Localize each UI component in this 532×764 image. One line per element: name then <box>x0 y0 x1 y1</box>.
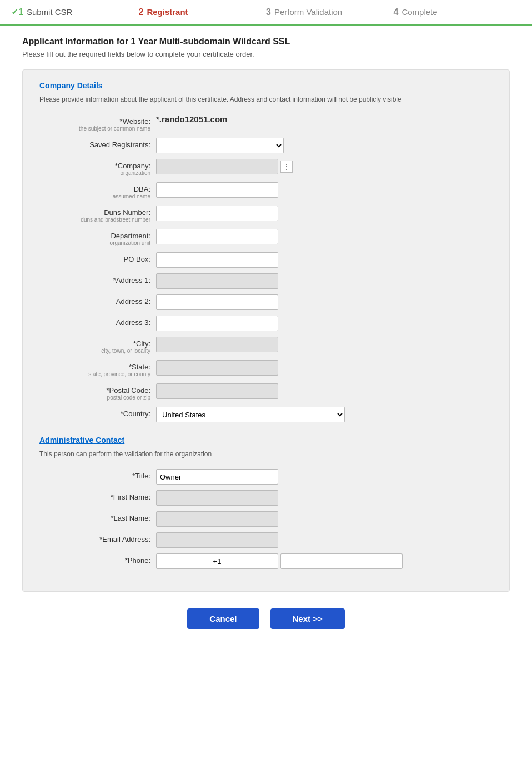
address3-row: Address 3: <box>39 316 493 331</box>
first-name-label: *First Name: <box>39 490 156 501</box>
po-box-field[interactable] <box>156 252 493 268</box>
company-details-title: Company Details <box>39 81 493 90</box>
step-num-2: 2 <box>139 7 144 17</box>
step-num-4: 4 <box>394 7 399 17</box>
dba-input[interactable] <box>156 182 278 198</box>
address2-field[interactable] <box>156 294 493 310</box>
website-value-field: *.rando12051.com <box>156 114 493 124</box>
cancel-button[interactable]: Cancel <box>187 608 259 629</box>
website-value: *.rando12051.com <box>156 112 227 124</box>
duns-field[interactable] <box>156 206 493 221</box>
city-label: *City: city, town, or locality <box>39 337 156 354</box>
address3-label: Address 3: <box>39 316 156 327</box>
phone-field <box>156 553 493 569</box>
city-field[interactable] <box>156 337 493 352</box>
address1-field[interactable] <box>156 273 493 289</box>
step-label-4: Complete <box>401 7 437 17</box>
step-perform-validation[interactable]: 3 Perform Validation <box>266 7 394 17</box>
address3-input[interactable] <box>156 316 278 331</box>
country-label: *Country: <box>39 407 156 418</box>
phone-country-code-input[interactable] <box>156 553 278 569</box>
po-box-label: PO Box: <box>39 252 156 263</box>
company-field: ⋮ <box>156 159 493 174</box>
country-field[interactable]: United States Canada United Kingdom Aust… <box>156 407 493 422</box>
email-row: *Email Address: <box>39 532 493 548</box>
address2-label: Address 2: <box>39 294 156 306</box>
phone-wrapper <box>156 553 493 569</box>
title-label: *Title: <box>39 469 156 480</box>
po-box-input[interactable] <box>156 252 278 268</box>
page-title: Applicant Information for 1 Year Multi-s… <box>22 37 510 47</box>
dba-field[interactable] <box>156 182 493 198</box>
address1-row: *Address 1: <box>39 273 493 289</box>
title-input[interactable] <box>156 469 278 485</box>
admin-contact-section: Administrative Contact This person can p… <box>39 436 493 569</box>
duns-label: Duns Number: duns and bradstreet number <box>39 206 156 223</box>
company-icon-button[interactable]: ⋮ <box>280 161 293 173</box>
city-input[interactable] <box>156 337 278 352</box>
postal-code-row: *Postal Code: postal code or zip <box>39 383 493 401</box>
address3-field[interactable] <box>156 316 493 331</box>
step-complete[interactable]: 4 Complete <box>394 7 521 17</box>
step-label-3: Perform Validation <box>274 7 342 17</box>
last-name-field[interactable] <box>156 511 493 527</box>
postal-code-field[interactable] <box>156 383 493 399</box>
address1-input[interactable] <box>156 273 278 289</box>
country-select[interactable]: United States Canada United Kingdom Aust… <box>156 407 345 422</box>
postal-code-label: *Postal Code: postal code or zip <box>39 383 156 401</box>
first-name-row: *First Name: <box>39 490 493 506</box>
department-row: Department: organization unit <box>39 229 493 247</box>
last-name-label: *Last Name: <box>39 511 156 522</box>
first-name-field[interactable] <box>156 490 493 506</box>
company-row: *Company: organization ⋮ <box>39 159 493 177</box>
dba-label: DBA: assumed name <box>39 182 156 200</box>
address2-input[interactable] <box>156 294 278 310</box>
postal-code-input[interactable] <box>156 383 278 399</box>
website-row: *Website: the subject or common name *.r… <box>39 114 493 132</box>
title-row: *Title: <box>39 469 493 485</box>
page-subtitle: Please fill out the required fields belo… <box>22 50 510 58</box>
step-label-2: Registrant <box>147 7 188 17</box>
department-field[interactable] <box>156 229 493 244</box>
email-input[interactable] <box>156 532 278 548</box>
phone-label: *Phone: <box>39 553 156 565</box>
phone-number-input[interactable] <box>280 553 403 569</box>
saved-registrants-select[interactable] <box>156 138 284 153</box>
saved-registrants-row: Saved Registrants: <box>39 138 493 153</box>
step-registrant[interactable]: 2 Registrant <box>139 7 267 17</box>
first-name-input[interactable] <box>156 490 278 506</box>
step-label-1: Submit CSR <box>27 7 73 17</box>
email-label: *Email Address: <box>39 532 156 543</box>
po-box-row: PO Box: <box>39 252 493 268</box>
website-label: *Website: the subject or common name <box>39 114 156 132</box>
last-name-input[interactable] <box>156 511 278 527</box>
duns-row: Duns Number: duns and bradstreet number <box>39 206 493 223</box>
state-label: *State: state, province, or county <box>39 360 156 378</box>
last-name-row: *Last Name: <box>39 511 493 527</box>
dba-row: DBA: assumed name <box>39 182 493 200</box>
phone-row: *Phone: <box>39 553 493 569</box>
admin-contact-title: Administrative Contact <box>39 436 493 445</box>
state-input[interactable] <box>156 360 278 376</box>
company-label: *Company: organization <box>39 159 156 177</box>
step-num-3: 3 <box>266 7 271 17</box>
step-submit-csr[interactable]: ✓1 Submit CSR <box>11 7 139 17</box>
title-field[interactable] <box>156 469 493 485</box>
saved-registrants-field[interactable] <box>156 138 493 153</box>
city-row: *City: city, town, or locality <box>39 337 493 354</box>
company-details-section: Company Details Please provide informati… <box>39 81 493 422</box>
button-row: Cancel Next >> <box>22 592 510 640</box>
company-wrapper: ⋮ <box>156 159 493 174</box>
address1-label: *Address 1: <box>39 273 156 284</box>
company-input[interactable] <box>156 159 278 174</box>
country-row: *Country: United States Canada United Ki… <box>39 407 493 422</box>
duns-input[interactable] <box>156 206 278 221</box>
email-field[interactable] <box>156 532 493 548</box>
step-num-1: ✓1 <box>11 7 23 17</box>
next-button[interactable]: Next >> <box>270 608 345 629</box>
form-container: Company Details Please provide informati… <box>22 69 510 592</box>
department-input[interactable] <box>156 229 278 244</box>
company-details-desc: Please provide information about the app… <box>39 94 493 104</box>
saved-registrants-label: Saved Registrants: <box>39 138 156 149</box>
state-field[interactable] <box>156 360 493 376</box>
